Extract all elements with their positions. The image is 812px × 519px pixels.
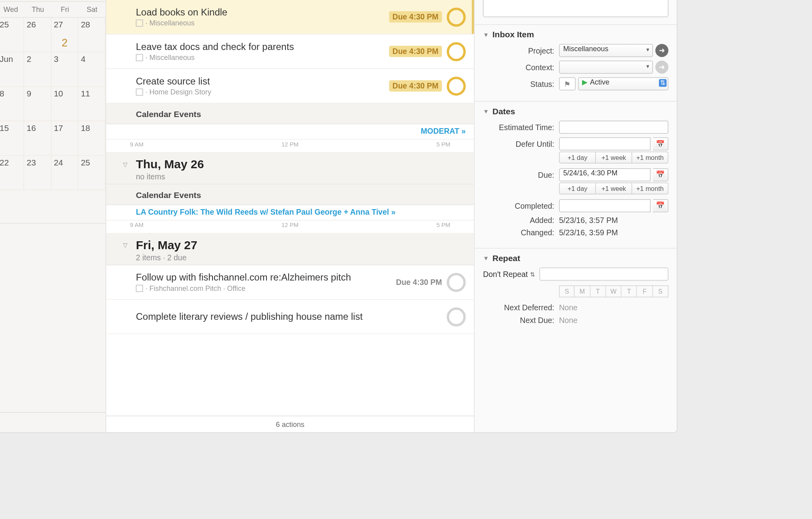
task-row[interactable]: Follow up with fishchannel.com re:Alzhei…: [106, 265, 474, 300]
calendar-cell[interactable]: 2: [24, 52, 51, 87]
defer-plus-day[interactable]: +1 day: [559, 152, 596, 163]
repeat-day-toggle[interactable]: T: [622, 285, 637, 297]
calendar-event[interactable]: MODERAT »: [421, 127, 465, 135]
repeat-day-toggle[interactable]: T: [590, 285, 606, 297]
due-input[interactable]: 5/24/16, 4:30 PM: [559, 168, 651, 181]
task-row[interactable]: Leave tax docs and check for parents · M…: [106, 35, 474, 69]
disclosure-icon: ▼: [483, 255, 489, 261]
disclosure-icon: ▽: [123, 242, 128, 248]
calendar-cell[interactable]: 15: [0, 121, 24, 156]
future-row[interactable]: 0 Future: [0, 190, 105, 223]
repeat-day-toggle[interactable]: F: [637, 285, 653, 297]
inspector-repeat-group: ▼Repeat Don't Repeat ⇅ SMTWTFS Next Defe…: [475, 248, 677, 335]
task-meta: · Miscellaneous: [136, 19, 389, 27]
repeat-mode-select[interactable]: Don't Repeat ⇅: [483, 267, 535, 281]
title-input[interactable]: Load books on Kindle: [483, 0, 668, 17]
calendar-cell[interactable]: 24: [52, 156, 79, 190]
disclosure-icon: ▼: [483, 108, 489, 114]
section-subtitle: 2 items · 2 due: [136, 253, 466, 262]
inspector-inbox-head[interactable]: ▼Inbox Item: [483, 30, 668, 39]
project-select[interactable]: Miscellaneous: [559, 44, 653, 57]
calendar-cell[interactable]: 17: [52, 121, 79, 156]
calendar-cell[interactable]: 25: [0, 18, 24, 52]
repeat-day-toggle[interactable]: S: [559, 285, 575, 297]
section-subtitle: no items: [136, 173, 466, 181]
flag-toggle[interactable]: ⚑: [559, 77, 576, 90]
calendar-event[interactable]: LA Country Folk: The Wild Reeds w/ Stefa…: [136, 208, 466, 216]
calendar-cell[interactable]: 8: [0, 87, 24, 121]
due-badge: Due 4:30 PM: [396, 278, 442, 286]
calendar-cell[interactable]: Jun: [0, 52, 24, 87]
project-label: Project:: [483, 46, 554, 55]
calendar-footer: ＋ ⚙︎▾: [0, 412, 105, 432]
calendar-icon[interactable]: 📅: [653, 168, 668, 181]
cal-dow: Fri: [52, 5, 79, 13]
inspector-repeat-head[interactable]: ▼Repeat: [483, 253, 668, 263]
calendar-cell[interactable]: 272: [52, 18, 79, 52]
calendar-cell[interactable]: 26: [24, 18, 51, 52]
project-icon: [136, 19, 143, 27]
calendar-cell[interactable]: 16: [24, 121, 51, 156]
updown-icon: ⇅: [530, 271, 535, 277]
task-row[interactable]: Complete literary reviews / publishing h…: [106, 300, 474, 334]
disclosure-icon: ▽: [123, 161, 128, 167]
due-plus-week[interactable]: +1 week: [596, 183, 632, 194]
estimated-input[interactable]: [559, 121, 668, 134]
cal-dow: Wed: [0, 5, 24, 13]
calendar-cell[interactable]: 28: [79, 18, 105, 52]
status-bar: 6 actions: [106, 416, 474, 432]
calendar-header: SunMonTueWedThuFriSat: [0, 2, 105, 17]
calendar-cell[interactable]: 11: [79, 87, 105, 121]
inspector-dates-head[interactable]: ▼Dates: [483, 106, 668, 116]
repeat-day-toggle[interactable]: W: [606, 285, 621, 297]
complete-checkbox[interactable]: [447, 42, 466, 61]
calendar-cell[interactable]: 22: [0, 156, 24, 190]
repeat-day-toggle[interactable]: S: [653, 285, 668, 297]
task-meta: · Miscellaneous: [136, 53, 389, 62]
complete-checkbox[interactable]: [447, 307, 466, 326]
defer-quick-buttons: +1 day +1 week +1 month: [559, 152, 668, 163]
defer-input[interactable]: [559, 137, 651, 150]
status-select[interactable]: ▶Active: [578, 77, 668, 90]
task-title: Follow up with fishchannel.com re:Alzhei…: [136, 272, 396, 283]
due-plus-month[interactable]: +1 month: [632, 183, 668, 194]
complete-checkbox[interactable]: [447, 76, 466, 95]
changed-value: 5/23/16, 3:59 PM: [559, 228, 618, 237]
defer-plus-month[interactable]: +1 month: [632, 152, 668, 163]
section-title: Fri, May 27: [136, 238, 466, 252]
project-go-button[interactable]: ➜: [655, 44, 668, 57]
status-label: Status:: [483, 79, 554, 88]
calendar-cell[interactable]: 25: [79, 156, 105, 190]
context-select[interactable]: [559, 61, 653, 74]
defer-plus-week[interactable]: +1 week: [596, 152, 632, 163]
due-badge: Due 4:30 PM: [389, 80, 442, 91]
task-row[interactable]: Load books on Kindle · MiscellaneousDue …: [106, 0, 474, 35]
context-go-button[interactable]: ➜: [655, 61, 668, 74]
task-row[interactable]: Create source list · Home Design StoryDu…: [106, 69, 474, 104]
next-deferred-value: None: [559, 303, 578, 312]
complete-checkbox[interactable]: [447, 273, 466, 292]
completed-input[interactable]: [559, 199, 651, 212]
calendar-cell[interactable]: 18: [79, 121, 105, 156]
calendar-cell[interactable]: 23: [24, 156, 51, 190]
added-label: Added:: [483, 216, 554, 225]
due-badge: Due 4:30 PM: [389, 11, 442, 22]
due-quick-buttons: +1 day +1 week +1 month: [559, 183, 668, 194]
calendar-cell[interactable]: 9: [24, 87, 51, 121]
calendar-icon[interactable]: 📅: [653, 137, 668, 150]
repeat-day-toggle[interactable]: M: [575, 285, 590, 297]
calendar-icon[interactable]: 📅: [653, 199, 668, 212]
due-label: Due:: [483, 170, 554, 179]
section-header[interactable]: ▽Fri, May 272 items · 2 due: [106, 234, 474, 265]
repeat-days: SMTWTFS: [559, 285, 668, 297]
complete-checkbox[interactable]: [447, 8, 466, 27]
section-header[interactable]: ▽Thu, May 26no items: [106, 153, 474, 184]
calendar-cell[interactable]: 4: [79, 52, 105, 87]
repeat-input[interactable]: [540, 267, 668, 281]
calendar-cell[interactable]: 10: [52, 87, 79, 121]
calendar-cell[interactable]: 3: [52, 52, 79, 87]
calendar-grid: 22Today2432526272282930131Jun23456789101…: [0, 18, 105, 190]
due-plus-day[interactable]: +1 day: [559, 183, 596, 194]
next-due-label: Next Due:: [483, 316, 554, 325]
completed-label: Completed:: [483, 201, 554, 210]
